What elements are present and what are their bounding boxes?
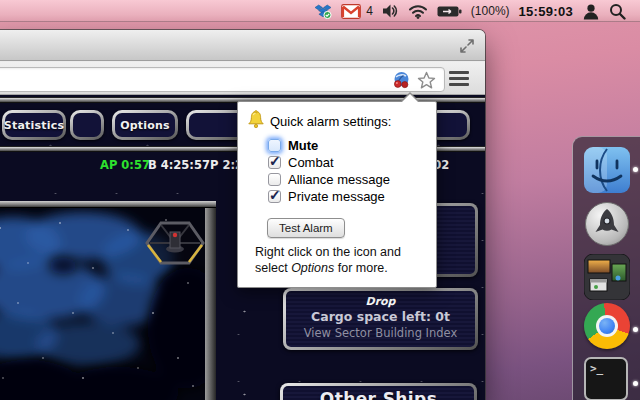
user-menu-icon[interactable] [582, 3, 600, 20]
menu-bar-line [449, 77, 469, 80]
mute-checkbox[interactable] [268, 139, 281, 152]
bookmark-star-icon[interactable] [417, 71, 436, 90]
battery-menu-icon[interactable] [437, 5, 462, 18]
menu-bar: 4 (100%) 15:59:03 [0, 0, 640, 22]
hint-line2-post: for more. [334, 261, 388, 275]
private-message-label: Private message [288, 189, 385, 204]
menu-bar-line [449, 83, 469, 86]
resize-icon[interactable] [460, 39, 474, 53]
alliance-message-checkbox[interactable] [268, 173, 281, 186]
combat-label: Combat [288, 155, 334, 170]
terminal-prompt-glyph: >_ [584, 357, 628, 400]
checkbox-row-alliance: Alliance message [268, 171, 390, 188]
checkbox-row-private: Private message [268, 188, 390, 205]
address-bar[interactable] [0, 67, 445, 92]
action-points: AP 0:57 [100, 158, 150, 172]
mute-label: Mute [288, 138, 318, 153]
browser-toolbar [0, 62, 485, 95]
other-ships-panel: Other Ships [280, 383, 477, 400]
checkbox-list: Mute Combat Alliance message Private mes… [268, 137, 390, 205]
dock-finder-icon[interactable] [584, 147, 630, 193]
combat-checkbox[interactable] [268, 156, 281, 169]
hint-line1: Right click on the icon and [255, 245, 401, 259]
dropbox-menu-icon[interactable] [314, 3, 332, 19]
popup-hint: Right click on the icon and select Optio… [255, 245, 435, 276]
private-message-checkbox[interactable] [268, 190, 281, 203]
drop-panel: Drop Cargo space left: 0t View Sector Bu… [283, 288, 478, 350]
alliance-message-label: Alliance message [288, 172, 390, 187]
dock-launchpad-icon[interactable] [584, 201, 630, 247]
alarm-settings-popup: Quick alarm settings: Mute Combat Allian… [237, 101, 437, 288]
map-canvas[interactable] [0, 208, 205, 400]
nav-button-options[interactable]: Options [112, 110, 178, 140]
popup-arrow [401, 94, 419, 103]
menu-bar-line [449, 71, 469, 74]
volume-menu-icon[interactable] [382, 3, 399, 19]
dock-screenshot-tool-icon[interactable] [584, 254, 630, 300]
gmail-menu-icon[interactable] [341, 4, 361, 19]
test-alarm-button[interactable]: Test Alarm [267, 218, 345, 238]
hex-station-icon[interactable] [147, 223, 203, 263]
desktop: Statistics Options AP 0:57 B 4:25:57 P 2… [0, 0, 640, 400]
nav-button-statistics[interactable]: Statistics [2, 110, 66, 140]
dock-chrome-icon[interactable] [584, 303, 630, 349]
wifi-menu-icon[interactable] [408, 3, 428, 19]
drop-title: Drop [286, 295, 475, 308]
battery-percentage: (100%) [471, 4, 510, 18]
sector-map[interactable] [0, 201, 216, 400]
sector-building-index-link[interactable]: View Sector Building Index [286, 326, 475, 340]
window-titlebar[interactable] [0, 30, 485, 61]
hint-line2-pre: select [255, 261, 291, 275]
cargo-space-label: Cargo space left: 0t [286, 309, 475, 324]
finder-running-dot [633, 167, 638, 172]
menu-clock[interactable]: 15:59:03 [519, 4, 573, 19]
spotlight-search-icon[interactable] [609, 3, 626, 20]
popup-title: Quick alarm settings: [270, 114, 391, 129]
chrome-running-dot [633, 327, 638, 332]
checkbox-row-combat: Combat [268, 154, 390, 171]
hint-options-word: Options [291, 261, 334, 275]
dock-terminal-icon[interactable]: >_ [584, 357, 630, 400]
chrome-menu-icon[interactable] [449, 71, 469, 86]
other-ships-title: Other Ships [283, 389, 474, 400]
checkbox-row-mute: Mute [268, 137, 390, 154]
gmail-unread-count: 4 [366, 4, 373, 18]
status-b-timer: B 4:25:57 [148, 158, 210, 172]
map-border-right [205, 208, 216, 400]
terminal-running-dot [633, 381, 638, 386]
bell-icon [246, 110, 266, 130]
map-border-top [0, 201, 216, 208]
dock: >_ [572, 136, 640, 400]
nav-button-blank[interactable] [70, 110, 104, 140]
alarm-extension-icon[interactable] [392, 71, 411, 90]
